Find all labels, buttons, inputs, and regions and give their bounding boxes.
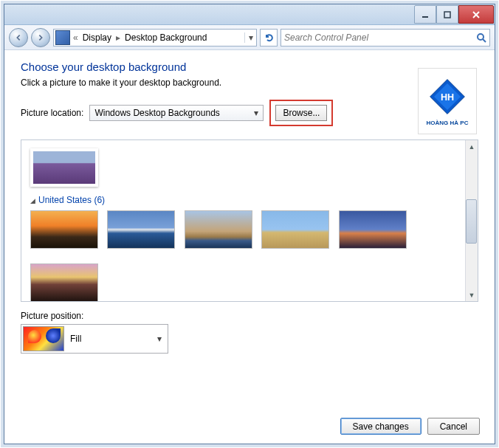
wallpaper-gallery: ◢United States (6) ▲ ▼ (21, 139, 478, 302)
wallpaper-thumb[interactable] (30, 210, 98, 249)
picture-location-select[interactable]: Windows Desktop Backgrounds (89, 105, 264, 121)
svg-text:HH: HH (441, 92, 454, 103)
browse-button[interactable]: Browse... (275, 105, 327, 121)
search-input[interactable] (284, 32, 476, 43)
maximize-button[interactable] (436, 5, 458, 24)
footer-buttons: Save changes Cancel (340, 418, 480, 435)
group-name: United States (38, 195, 92, 205)
wallpaper-thumb[interactable] (30, 148, 98, 187)
titlebar (4, 4, 495, 25)
svg-point-4 (478, 34, 483, 40)
picture-position-label: Picture position: (21, 311, 478, 321)
group-count: (6) (94, 195, 105, 205)
chevron-right-icon: ▸ (114, 32, 122, 43)
page-title: Choose your desktop background (21, 61, 478, 73)
address-bar[interactable]: « Display ▸ Desktop Background ▾ (53, 29, 257, 46)
breadcrumb-display[interactable]: Display (80, 32, 114, 43)
page-subtitle: Click a picture to make it your desktop … (21, 77, 478, 88)
scroll-up-icon[interactable]: ▲ (466, 140, 478, 153)
content-area: Choose your desktop background Click a p… (4, 50, 495, 354)
position-value: Fill (70, 334, 81, 344)
search-box[interactable] (281, 29, 490, 46)
wallpaper-thumb[interactable] (261, 210, 329, 249)
minimize-button[interactable] (414, 5, 436, 24)
wallpaper-thumb[interactable] (339, 210, 407, 249)
brand-text: HOÀNG HÀ PC (427, 120, 469, 126)
address-dropdown[interactable]: ▾ (244, 32, 256, 43)
back-button[interactable] (9, 28, 28, 47)
wallpaper-thumb[interactable] (30, 263, 98, 302)
picture-position-select[interactable]: Fill (21, 324, 168, 354)
picture-location-label: Picture location: (21, 108, 83, 118)
picture-location-row: Picture location: Windows Desktop Backgr… (21, 100, 478, 126)
svg-rect-1 (444, 12, 450, 18)
brand-logo: HH HOÀNG HÀ PC (418, 68, 477, 134)
scroll-thumb[interactable] (466, 199, 477, 244)
svg-line-5 (483, 39, 486, 42)
wallpaper-thumb[interactable] (185, 210, 252, 249)
forward-button[interactable] (31, 28, 50, 47)
scrollbar[interactable]: ▲ ▼ (465, 140, 478, 301)
breadcrumb-desktop-background[interactable]: Desktop Background (122, 32, 210, 43)
navbar: « Display ▸ Desktop Background ▾ (4, 25, 495, 50)
save-changes-button[interactable]: Save changes (340, 418, 421, 435)
breadcrumb-overflow[interactable]: « (72, 32, 80, 43)
scroll-down-icon[interactable]: ▼ (466, 289, 478, 301)
collapse-icon: ◢ (30, 197, 35, 204)
browse-highlight: Browse... (269, 100, 333, 126)
position-preview-icon (23, 326, 64, 351)
control-panel-icon (55, 30, 70, 45)
wallpaper-thumb[interactable] (107, 210, 175, 249)
control-panel-window: « Display ▸ Desktop Background ▾ Choose … (4, 4, 495, 444)
close-button[interactable] (458, 5, 494, 24)
cancel-button[interactable]: Cancel (427, 418, 480, 435)
group-header[interactable]: ◢United States (6) (30, 195, 469, 205)
refresh-button[interactable] (260, 29, 278, 46)
search-icon (476, 32, 486, 43)
